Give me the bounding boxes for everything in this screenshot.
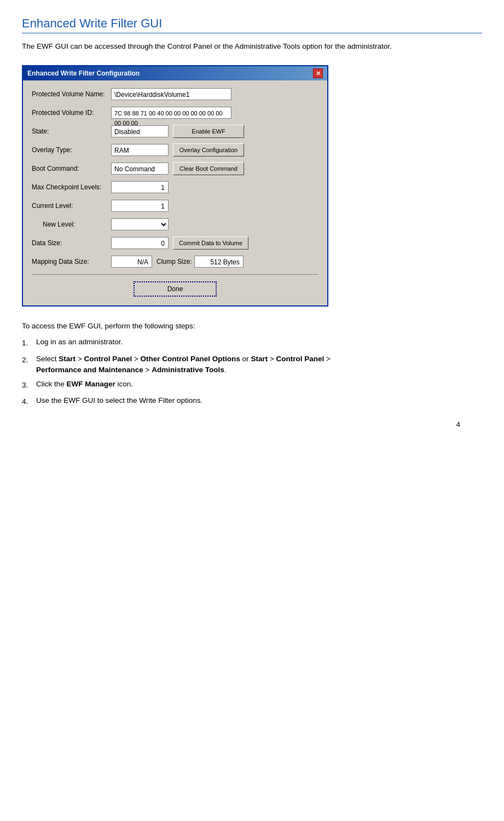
new-level-select[interactable] bbox=[111, 218, 169, 230]
boot-command-field: No Command bbox=[111, 163, 169, 175]
overlay-type-label: Overlay Type: bbox=[32, 146, 111, 154]
mapping-data-size-label: Mapping Data Size: bbox=[32, 258, 111, 265]
mapping-data-size-row: Mapping Data Size: N/A Clump Size: 512 B… bbox=[32, 255, 318, 269]
protected-volume-id-field: 7C 98 88 71 00 40 00 00 00 00 00 00 00 0… bbox=[111, 107, 231, 119]
protected-volume-name-label: Protected Volume Name: bbox=[32, 90, 111, 98]
commit-data-button[interactable]: Commit Data to Volume bbox=[173, 236, 248, 250]
state-row: State: Disabled Enable EWF bbox=[32, 124, 318, 138]
data-size-row: Data Size: 0 Commit Data to Volume bbox=[32, 236, 318, 250]
state-field: Disabled bbox=[111, 125, 169, 137]
step-1-text: Log in as an administrator. bbox=[36, 337, 482, 348]
dialog-body: Protected Volume Name: \Device\HarddiskV… bbox=[23, 80, 327, 305]
protected-volume-name-row: Protected Volume Name: \Device\HarddiskV… bbox=[32, 87, 318, 101]
max-checkpoint-field: 1 bbox=[111, 181, 169, 193]
clear-boot-command-button[interactable]: Clear Boot Command bbox=[173, 162, 244, 175]
protected-volume-id-row: Protected Volume ID: 7C 98 88 71 00 40 0… bbox=[32, 106, 318, 120]
boot-command-row: Boot Command: No Command Clear Boot Comm… bbox=[32, 161, 318, 176]
new-level-row: New Level: bbox=[32, 217, 318, 232]
step-3: Click the EWF Manager icon. bbox=[22, 379, 482, 392]
mapping-data-size-field: N/A bbox=[111, 256, 152, 268]
boot-command-label: Boot Command: bbox=[32, 165, 111, 172]
page-title: Enhanced Write Filter GUI bbox=[22, 16, 482, 33]
max-checkpoint-row: Max Checkpoint Levels: 1 bbox=[32, 180, 318, 194]
dialog-titlebar: Enhanced Write Filter Configuration ✕ bbox=[23, 66, 327, 80]
done-button[interactable]: Done bbox=[134, 281, 217, 297]
step-2: Select Start > Control Panel > Other Con… bbox=[22, 354, 482, 376]
clump-size-field: 512 Bytes bbox=[194, 256, 244, 268]
dialog-close-button[interactable]: ✕ bbox=[313, 68, 323, 78]
ewf-dialog: Enhanced Write Filter Configuration ✕ Pr… bbox=[22, 65, 328, 307]
done-row: Done bbox=[32, 281, 318, 297]
state-label: State: bbox=[32, 128, 111, 135]
steps-list: Log in as an administrator. Select Start… bbox=[22, 337, 482, 408]
overlay-type-field: RAM bbox=[111, 144, 169, 156]
overlay-configuration-button[interactable]: Overlay Configuration bbox=[173, 143, 244, 157]
protected-volume-id-label: Protected Volume ID: bbox=[32, 109, 111, 117]
clump-size-label: Clump Size: bbox=[157, 258, 192, 265]
step-3-text: Click the EWF Manager icon. bbox=[36, 379, 482, 390]
step-1: Log in as an administrator. bbox=[22, 337, 482, 350]
max-checkpoint-label: Max Checkpoint Levels: bbox=[32, 183, 111, 191]
overlay-type-row: Overlay Type: RAM Overlay Configuration bbox=[32, 143, 318, 157]
data-size-label: Data Size: bbox=[32, 239, 111, 247]
step-4: Use the EWF GUI to select the Write Filt… bbox=[22, 395, 482, 408]
step-2-text: Select Start > Control Panel > Other Con… bbox=[36, 354, 482, 376]
current-level-label: Current Level: bbox=[32, 202, 111, 210]
new-level-label: New Level: bbox=[32, 221, 111, 228]
current-level-row: Current Level: 1 bbox=[32, 199, 318, 213]
step-4-text: Use the EWF GUI to select the Write Filt… bbox=[36, 395, 482, 406]
page-number: 4 bbox=[456, 420, 460, 429]
steps-intro: To access the EWF GUI, perform the follo… bbox=[22, 322, 482, 330]
current-level-field: 1 bbox=[111, 200, 169, 212]
intro-paragraph: The EWF GUI can be accessed through the … bbox=[22, 41, 482, 52]
enable-ewf-button[interactable]: Enable EWF bbox=[173, 125, 244, 138]
dialog-title: Enhanced Write Filter Configuration bbox=[27, 70, 140, 77]
data-size-field: 0 bbox=[111, 237, 169, 249]
dialog-divider bbox=[32, 274, 318, 275]
protected-volume-name-field: \Device\HarddiskVolume1 bbox=[111, 88, 231, 100]
